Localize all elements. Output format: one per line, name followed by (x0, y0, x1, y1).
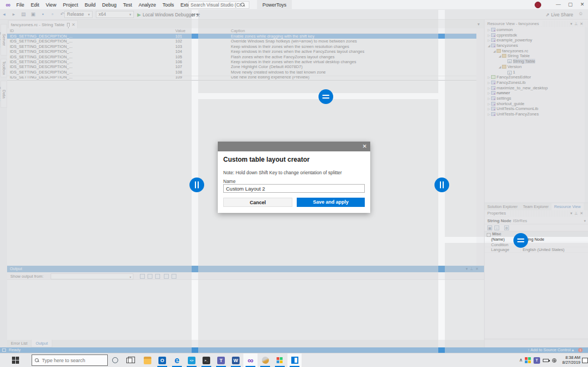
zone-splitter-handle[interactable] (434, 178, 449, 192)
taskbar-clock[interactable]: 8:38 AM 8/27/2019 (560, 355, 580, 365)
zone-splitter-handle[interactable] (318, 89, 333, 104)
visual-studio-icon: ∞ (248, 357, 254, 364)
menu-item-powertoys[interactable]: PowerToys (257, 0, 292, 10)
taskbar-app-teams[interactable]: T (214, 353, 228, 367)
fancyzones-editor-icon (291, 357, 298, 364)
tray-time: 8:38 AM (560, 355, 580, 360)
zone-splitter-handle[interactable] (513, 233, 528, 248)
cancel-button[interactable]: Cancel (223, 198, 292, 207)
taskbar-app-edge[interactable]: e (170, 353, 184, 367)
cortana-icon[interactable] (112, 357, 118, 363)
menu-item-analyze[interactable]: Analyze (135, 0, 159, 10)
window-minimize-button[interactable]: — (553, 0, 564, 9)
file-explorer-icon (144, 357, 151, 364)
menu-item-project[interactable]: Project (59, 0, 81, 10)
tray-chevron-icon[interactable]: ∧ (519, 357, 523, 363)
zone-rectangle-3 (198, 99, 438, 353)
paint-tool-icon (261, 356, 270, 365)
tray-teams-icon[interactable]: T (534, 357, 540, 364)
custom-layout-dialog: ✕ Custom table layout creator Note: Hold… (218, 142, 370, 213)
taskbar-app-paint-tool[interactable] (258, 353, 272, 367)
tray-color-grid-icon[interactable] (525, 357, 531, 364)
terminal-icon: >_ (203, 357, 210, 364)
taskbar-app-visual-studio[interactable]: ∞ (243, 353, 258, 367)
taskbar-search-input[interactable] (42, 358, 102, 363)
taskbar-app-word[interactable]: W (229, 353, 243, 367)
outlook-icon: O (158, 357, 166, 364)
zone-splitter-handle[interactable] (189, 178, 204, 192)
menu-item-debug[interactable]: Debug (99, 0, 120, 10)
search-icon (241, 3, 245, 7)
vs-search-input[interactable] (191, 2, 241, 8)
vs-title-bar: ∞ FileEditViewProjectBuildDebugTestAnaly… (0, 0, 588, 10)
menu-item-view[interactable]: View (42, 0, 59, 10)
taskbar-search-box[interactable] (32, 354, 108, 366)
user-avatar[interactable] (535, 2, 541, 8)
taskbar-app-color-grid-app[interactable] (273, 353, 287, 367)
vs-search-box[interactable] (188, 1, 249, 9)
edge-icon: e (175, 357, 180, 364)
save-and-apply-button[interactable]: Save and apply (297, 198, 365, 207)
task-view-icon[interactable] (126, 358, 132, 363)
visual-studio-logo-icon: ∞ (4, 1, 13, 9)
windows-taskbar: Oe<>>_TW∞ ∧ T 8:38 AM 8/27/2019 (0, 353, 588, 367)
dialog-note: Note: Hold down Shift Key to change orie… (223, 170, 342, 175)
word-icon: W (232, 357, 240, 364)
taskbar-app-outlook[interactable]: O (155, 353, 169, 367)
zone-rectangle-4 (445, 10, 588, 237)
layout-name-input[interactable] (223, 184, 365, 193)
property-row-name[interactable]: (Name)String Node (485, 237, 588, 242)
zone-rectangle-1 (0, 10, 192, 353)
dialog-titlebar[interactable]: ✕ (218, 142, 370, 151)
zone-rectangle-2 (198, 10, 438, 93)
search-icon (35, 358, 39, 363)
teams-icon: T (217, 357, 225, 364)
menu-item-test[interactable]: Test (120, 0, 136, 10)
color-grid-app-icon (277, 357, 283, 364)
tray-date: 8/27/2019 (560, 360, 580, 365)
dialog-close-icon[interactable]: ✕ (363, 143, 367, 149)
menu-item-edit[interactable]: Edit (28, 0, 43, 10)
menu-item-build[interactable]: Build (81, 0, 99, 10)
taskbar-app-file-explorer[interactable] (140, 353, 155, 367)
name-field-label: Name (223, 179, 236, 184)
menu-item-tools[interactable]: Tools (160, 0, 177, 10)
start-button[interactable] (12, 357, 20, 364)
menu-item-file[interactable]: File (13, 0, 28, 10)
dialog-title: Custom table layout creator (223, 156, 310, 163)
battery-icon[interactable] (543, 359, 549, 362)
zone-rectangle-5 (445, 243, 588, 353)
taskbar-app-fancyzones-editor[interactable] (287, 353, 302, 367)
vscode-icon: <> (188, 357, 195, 364)
window-maximize-button[interactable]: ▢ (565, 0, 576, 9)
wifi-icon[interactable] (552, 358, 558, 363)
action-center-icon[interactable] (582, 358, 588, 363)
window-close-button[interactable]: ✕ (577, 0, 588, 9)
taskbar-app-terminal[interactable]: >_ (199, 353, 213, 367)
taskbar-app-vscode[interactable]: <> (185, 353, 199, 367)
